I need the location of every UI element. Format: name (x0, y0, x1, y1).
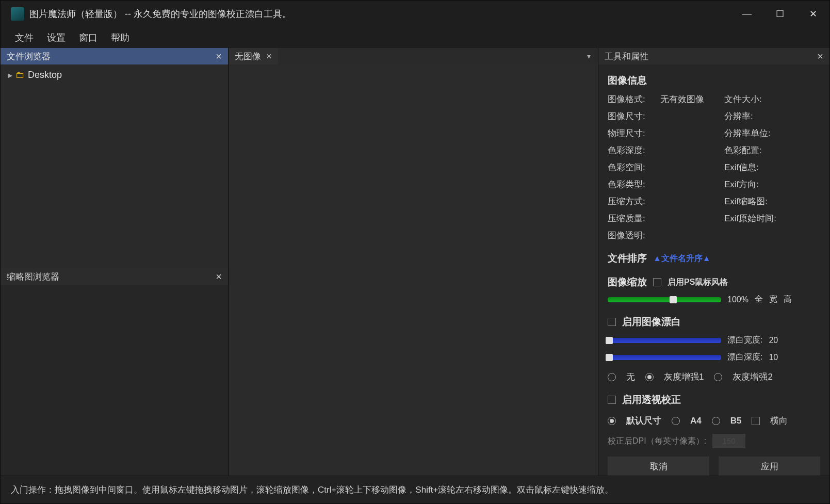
menu-file[interactable]: 文件 (15, 31, 34, 44)
info-cell (783, 161, 820, 173)
info-cell: 图像尺寸: (608, 110, 658, 122)
info-cell: 压缩质量: (608, 213, 658, 224)
image-info-grid: 图像格式:无有效图像文件大小:图像尺寸:分辨率:物理尺寸:分辨率单位:色彩深度:… (608, 93, 820, 241)
persp-landscape-label: 横向 (770, 415, 788, 427)
info-cell (660, 230, 722, 241)
file-sort-label: 文件排序 (608, 252, 647, 265)
image-info-title: 图像信息 (608, 74, 820, 87)
dpi-label: 校正后DPI（每英寸像素）: (608, 436, 706, 447)
file-browser-body: ▶ 🗀 Desktop (1, 64, 228, 268)
info-cell (724, 230, 781, 241)
zoom-label: 图像缩放 (608, 275, 647, 289)
tab-close[interactable]: × (266, 51, 272, 62)
title-bar: 图片魔法师（轻量版） -- 永久免费的专业的图像校正漂白工具。 — ☐ ✕ (1, 1, 829, 27)
minimize-button[interactable]: — (741, 8, 753, 20)
info-cell: 分辨率单位: (724, 127, 781, 139)
maximize-button[interactable]: ☐ (774, 8, 786, 20)
bleach-gray1-label: 灰度增强1 (664, 371, 704, 383)
bleach-depth-slider[interactable] (608, 355, 721, 360)
bleach-width-slider[interactable] (608, 338, 721, 343)
info-cell: 压缩方式: (608, 196, 658, 207)
enable-bleach-label: 启用图像漂白 (622, 315, 681, 329)
bleach-none-label: 无 (626, 371, 635, 383)
info-cell: 图像透明: (608, 230, 658, 241)
file-browser-header: 文件浏览器 × (1, 48, 228, 64)
tab-dropdown[interactable]: ▾ (580, 52, 598, 60)
enable-perspective-checkbox[interactable] (608, 396, 616, 404)
close-button[interactable]: ✕ (807, 8, 819, 20)
bleach-gray1-radio[interactable] (645, 373, 654, 381)
bleach-depth-label: 漂白深度: (727, 352, 762, 363)
info-cell (783, 110, 820, 122)
persp-default-label: 默认尺寸 (626, 415, 661, 427)
menu-window[interactable]: 窗口 (79, 31, 97, 44)
dpi-input[interactable]: 150 (712, 434, 745, 448)
info-cell: 分辨率: (724, 110, 781, 122)
info-cell: Exif缩略图: (724, 196, 781, 207)
tab-no-image[interactable]: 无图像 × (229, 48, 278, 64)
file-browser-title: 文件浏览器 (7, 51, 51, 62)
enable-perspective-label: 启用透视校正 (622, 393, 681, 407)
chevron-right-icon: ▶ (8, 72, 12, 79)
persp-a4-radio[interactable] (672, 417, 680, 425)
thumbnail-title: 缩略图浏览器 (7, 271, 59, 283)
info-cell: Exif信息: (724, 161, 781, 173)
info-cell: 文件大小: (724, 93, 781, 105)
info-cell (660, 161, 722, 173)
app-title: 图片魔法师（轻量版） -- 永久免费的专业的图像校正漂白工具。 (29, 8, 291, 20)
info-cell: Exif原始时间: (724, 213, 781, 224)
ps-mouse-checkbox[interactable] (653, 278, 661, 286)
info-cell (783, 144, 820, 156)
thumbnail-header: 缩略图浏览器 × (1, 268, 228, 285)
persp-a4-label: A4 (690, 416, 702, 426)
enable-bleach-checkbox[interactable] (608, 318, 616, 326)
menu-settings[interactable]: 设置 (47, 31, 66, 44)
info-cell (783, 127, 820, 139)
info-cell: 图像格式: (608, 93, 658, 105)
zoom-full[interactable]: 全 (755, 294, 763, 305)
info-cell (660, 110, 722, 122)
bleach-depth-val: 10 (769, 353, 778, 362)
info-cell (660, 127, 722, 139)
info-cell (783, 213, 820, 224)
close-file-browser[interactable]: × (216, 51, 222, 62)
zoom-slider[interactable] (608, 297, 721, 302)
tab-label: 无图像 (235, 51, 261, 62)
persp-default-radio[interactable] (608, 417, 616, 425)
close-tools[interactable]: × (817, 51, 823, 62)
persp-landscape-checkbox[interactable] (752, 417, 760, 425)
bleach-none-radio[interactable] (608, 373, 616, 381)
zoom-wide[interactable]: 宽 (769, 294, 777, 305)
apply-button[interactable]: 应用 (719, 457, 820, 476)
persp-b5-radio[interactable] (712, 417, 720, 425)
info-cell (660, 144, 722, 156)
info-cell: 色彩深度: (608, 144, 658, 156)
tools-header: 工具和属性 × (598, 48, 829, 64)
bleach-gray2-radio[interactable] (714, 373, 722, 381)
cancel-button[interactable]: 取消 (608, 457, 709, 476)
ps-mouse-label: 启用PS鼠标风格 (668, 277, 728, 288)
persp-b5-label: B5 (730, 416, 742, 426)
file-sort-link[interactable]: ▲文件名升序▲ (653, 253, 711, 264)
status-text: 入门操作：拖拽图像到中间窗口。使用鼠标左键拖拽移动图片，滚轮缩放图像，Ctrl+… (11, 484, 613, 496)
status-bar: 入门操作：拖拽图像到中间窗口。使用鼠标左键拖拽移动图片，滚轮缩放图像，Ctrl+… (1, 476, 829, 503)
close-thumbnail[interactable]: × (216, 271, 222, 283)
tree-root[interactable]: ▶ 🗀 Desktop (8, 70, 221, 80)
tree-root-label: Desktop (28, 70, 62, 80)
menu-help[interactable]: 帮助 (111, 31, 129, 44)
zoom-high[interactable]: 高 (784, 294, 792, 305)
thumbnail-body (1, 285, 228, 476)
menu-bar: 文件 设置 窗口 帮助 (1, 27, 829, 48)
info-cell (783, 230, 820, 241)
bleach-width-val: 20 (769, 336, 778, 345)
info-cell: 色彩空间: (608, 161, 658, 173)
info-cell: 无有效图像 (660, 93, 722, 105)
info-cell: 色彩类型: (608, 178, 658, 190)
info-cell: 色彩配置: (724, 144, 781, 156)
info-cell (783, 178, 820, 190)
tools-title: 工具和属性 (605, 51, 648, 62)
info-cell (660, 178, 722, 190)
info-cell: Exif方向: (724, 178, 781, 190)
info-cell (660, 196, 722, 207)
canvas-area[interactable] (229, 64, 598, 476)
